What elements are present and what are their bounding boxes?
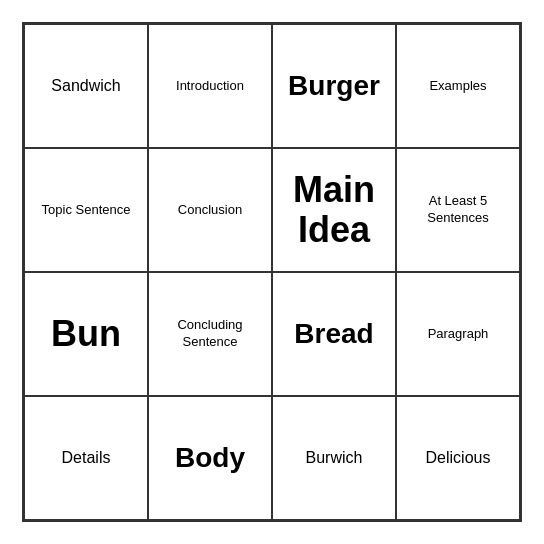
cell-c3: Burger <box>272 24 396 148</box>
cell-text-c5: Topic Sentence <box>42 202 131 219</box>
cell-c11: Bread <box>272 272 396 396</box>
cell-text-c10: Concluding Sentence <box>155 317 265 351</box>
cell-text-c7: Main Idea <box>279 170 389 249</box>
cell-text-c4: Examples <box>429 78 486 95</box>
cell-c9: Bun <box>24 272 148 396</box>
cell-text-c16: Delicious <box>426 448 491 469</box>
cell-c4: Examples <box>396 24 520 148</box>
cell-c15: Burwich <box>272 396 396 520</box>
cell-text-c6: Conclusion <box>178 202 242 219</box>
cell-c5: Topic Sentence <box>24 148 148 272</box>
cell-c10: Concluding Sentence <box>148 272 272 396</box>
cell-c6: Conclusion <box>148 148 272 272</box>
cell-text-c15: Burwich <box>306 448 363 469</box>
cell-text-c12: Paragraph <box>428 326 489 343</box>
cell-text-c9: Bun <box>51 314 121 354</box>
cell-text-c8: At Least 5 Sentences <box>403 193 513 227</box>
cell-text-c11: Bread <box>294 317 373 351</box>
bingo-card: SandwichIntroductionBurgerExamplesTopic … <box>22 22 522 522</box>
cell-text-c3: Burger <box>288 69 380 103</box>
cell-c8: At Least 5 Sentences <box>396 148 520 272</box>
cell-c14: Body <box>148 396 272 520</box>
cell-c1: Sandwich <box>24 24 148 148</box>
cell-text-c2: Introduction <box>176 78 244 95</box>
cell-c13: Details <box>24 396 148 520</box>
cell-text-c1: Sandwich <box>51 76 120 97</box>
cell-c2: Introduction <box>148 24 272 148</box>
cell-c16: Delicious <box>396 396 520 520</box>
cell-text-c14: Body <box>175 441 245 475</box>
cell-c12: Paragraph <box>396 272 520 396</box>
cell-text-c13: Details <box>62 448 111 469</box>
cell-c7: Main Idea <box>272 148 396 272</box>
